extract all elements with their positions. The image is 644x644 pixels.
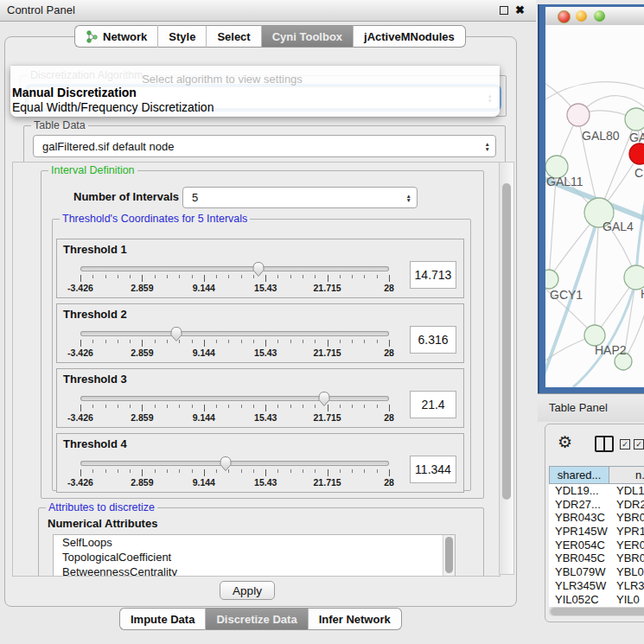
tab-select[interactable]: Select (207, 25, 261, 48)
table-row[interactable]: YPR145WYPR1 (549, 525, 644, 539)
tab-label: Discretize Data (216, 613, 296, 626)
threshold-value-field[interactable]: 21.4 (410, 391, 456, 418)
checked-box-icon[interactable] (620, 439, 630, 450)
table-cell: YBR0 (609, 552, 644, 565)
network-node-label: GAL80 (582, 129, 620, 143)
threshold-slider-track[interactable] (80, 331, 389, 336)
close-light[interactable] (558, 10, 571, 23)
table-row[interactable]: YER054CYER0 (549, 539, 644, 552)
threshold-panel-2: Threshold 2 -3.4262.8599.14415.4321.7152… (56, 303, 464, 363)
table-cell: YDR2 (609, 498, 644, 512)
float-window-icon[interactable] (500, 6, 508, 15)
threshold-label: Threshold 2 (63, 308, 127, 321)
table-horizontal-scrollbar[interactable] (549, 607, 644, 616)
slider-tick-labels: -3.4262.8599.14415.4321.71528 (80, 283, 389, 294)
network-node-label: GAL4 (603, 220, 634, 233)
network-node-label: H (641, 287, 644, 301)
settings-scrollbar-thumb[interactable] (502, 183, 511, 500)
network-canvas-svg: GAL80GACGAL11GAL4GCY1HHAP2 (545, 25, 644, 387)
column-header-shared[interactable]: shared... (549, 466, 609, 484)
table-data-value: galFiltered.sif default node (42, 140, 174, 153)
table-row[interactable]: YBR043CYBR0 (549, 511, 644, 525)
table-cell: YER0 (609, 539, 644, 552)
network-edge[interactable] (636, 181, 644, 277)
popup-option-equal-width-frequency[interactable]: Equal Width/Frequency Discretization (12, 100, 214, 114)
tab-network[interactable]: Network (74, 25, 158, 48)
tab-style[interactable]: Style (158, 25, 207, 48)
threshold-slider-track[interactable] (80, 266, 389, 271)
bottom-tabs: Impute DataDiscretize DataInfer Network (119, 608, 402, 630)
settings-vertical-scrollbar[interactable] (499, 162, 514, 575)
table-cell: YIL0 (609, 593, 644, 607)
threshold-label: Threshold 1 (63, 243, 127, 256)
network-node[interactable] (629, 143, 644, 164)
control-panel-body: Discretization Algorithm Table Data galF… (4, 36, 517, 607)
network-node-label: C (634, 166, 643, 180)
gear-icon[interactable]: ⚙ (558, 432, 572, 452)
number-of-intervals-combobox[interactable]: 5 (182, 187, 418, 208)
table-row[interactable]: YDL19...YDL1 (549, 484, 644, 498)
numerical-attributes-listbox: SelfLoopsTopologicalCoefficientBetweenne… (53, 534, 456, 577)
network-node[interactable] (624, 265, 644, 290)
threshold-slider-track[interactable] (80, 396, 389, 401)
checked-box-icon[interactable] (634, 439, 644, 450)
threshold-value-field[interactable]: 14.713 (410, 261, 456, 289)
network-node-label: HAP2 (595, 343, 627, 357)
close-icon[interactable]: ✖ (515, 3, 525, 16)
network-node[interactable] (567, 104, 590, 126)
table-cell: YIL052C (549, 593, 609, 607)
apply-button[interactable]: Apply (220, 581, 275, 600)
split-columns-icon[interactable] (595, 436, 614, 452)
top-tabs: NetworkStyleSelectCyni ToolboxjActiveMNo… (74, 25, 466, 48)
threshold-panel-3: Threshold 3 -3.4262.8599.14415.4321.7152… (56, 368, 464, 428)
minimize-light[interactable] (576, 10, 587, 22)
table-cell: YBL079W (549, 565, 609, 579)
threshold-slider-track[interactable] (80, 461, 389, 466)
tab-label: Network (103, 30, 147, 43)
network-node[interactable] (625, 108, 644, 131)
table-header-row: shared... n... (549, 466, 644, 484)
zoom-light[interactable] (594, 10, 605, 22)
table-panel-header: Table Panel (538, 393, 644, 422)
tab-jactivemnodules[interactable]: jActiveMNodules (354, 25, 466, 48)
number-of-intervals-value: 5 (192, 191, 198, 204)
attributes-scrollbar-thumb[interactable] (445, 537, 453, 573)
network-node[interactable] (545, 270, 558, 289)
threshold-panel-1: Threshold 1 -3.4262.8599.14415.4321.7152… (56, 239, 464, 298)
attribute-item[interactable]: BetweennessCentrality (54, 564, 455, 577)
table-cell: YLR345W (549, 579, 609, 593)
table-row[interactable]: YIL052CYIL0 (549, 593, 644, 607)
table-row[interactable]: YLR345WYLR3 (549, 579, 644, 593)
attribute-item[interactable]: SelfLoops (54, 535, 455, 550)
tab-discretize-data[interactable]: Discretize Data (206, 608, 308, 630)
threshold-value-field[interactable]: 6.316 (410, 326, 456, 354)
attributes-scrollbar[interactable] (443, 535, 455, 577)
network-window-titlebar (545, 7, 644, 26)
table-row[interactable]: YBR045CYBR0 (549, 552, 644, 565)
table-row[interactable]: YBL079WYBL0 (549, 565, 644, 579)
slider-tick-labels: -3.4262.8599.14415.4321.71528 (80, 348, 389, 359)
table-row[interactable]: YDR27...YDR2 (549, 498, 644, 512)
slider-ticks (80, 340, 389, 348)
table-hscrollbar-thumb[interactable] (551, 608, 644, 615)
interval-definition-title: Interval Definition (48, 164, 137, 176)
spinner-arrows-icon (485, 142, 490, 151)
tab-cyni-toolbox[interactable]: Cyni Toolbox (262, 25, 354, 48)
tab-impute-data[interactable]: Impute Data (119, 608, 206, 630)
threshold-value-field[interactable]: 11.344 (410, 456, 456, 483)
spinner-arrows-icon (406, 193, 411, 202)
tab-infer-network[interactable]: Infer Network (309, 608, 402, 630)
thresholds-group: Threshold's Coordinates for 5 Intervals … (52, 219, 471, 491)
table-data-combobox[interactable]: galFiltered.sif default node (33, 135, 496, 157)
table-cell: YLR3 (609, 579, 644, 593)
algorithm-dropdown-popup: Select algorithm to view settings Manual… (10, 66, 500, 117)
attributes-group: Attributes to discretize Numerical Attri… (38, 507, 484, 577)
thresholds-group-title: Threshold's Coordinates for 5 Intervals (60, 213, 250, 225)
column-header-name[interactable]: n... (609, 466, 644, 484)
attribute-item[interactable]: TopologicalCoefficient (54, 550, 455, 564)
network-canvas[interactable]: GAL80GACGAL11GAL4GCY1HHAP2 (545, 25, 644, 387)
popup-option-manual-discretization[interactable]: Manual Discretization (12, 86, 137, 99)
network-edge[interactable] (545, 82, 644, 103)
table-cell: YPR145W (549, 525, 609, 539)
tab-label: Infer Network (319, 613, 391, 626)
